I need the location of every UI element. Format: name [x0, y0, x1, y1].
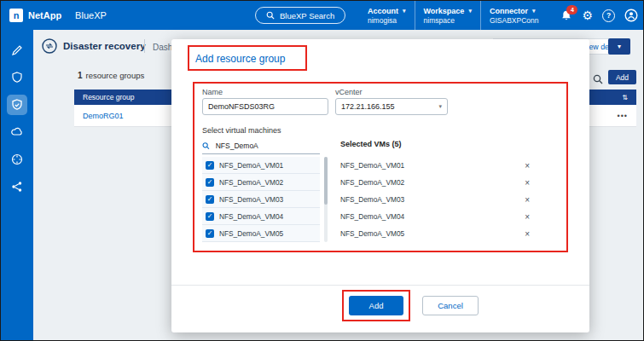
connector-menu[interactable]: Connector ▾ GISABXPConn [480, 1, 548, 30]
pencil-icon [10, 43, 24, 57]
notification-count-badge: 4 [566, 5, 577, 14]
modal-footer-divider [171, 285, 589, 286]
vm-search-box [202, 138, 320, 154]
table-search-icon[interactable] [593, 72, 603, 88]
sidebar-item-protection[interactable] [7, 95, 27, 115]
notifications-bell-icon[interactable]: 4 [560, 9, 572, 22]
vm-checkbox-row[interactable]: ✓ NFS_DemoA_VM03 [202, 191, 320, 208]
left-nav-sidebar [1, 30, 33, 340]
remove-vm-icon[interactable]: × [523, 161, 531, 170]
name-input[interactable] [202, 98, 328, 115]
user-account-icon[interactable] [624, 9, 638, 22]
vm-name: NFS_DemoA_VM03 [219, 195, 283, 204]
selected-vms-header: Selected VMs (5) [340, 140, 402, 148]
account-value: nimogisa [368, 16, 406, 25]
selected-vm-row: NFS_DemoA_VM04 × [340, 208, 531, 225]
bluexp-app-window: n NetApp BlueXP BlueXP Search Account ▾ … [0, 0, 644, 341]
remove-vm-icon[interactable]: × [523, 212, 531, 222]
vcenter-label: vCenter [335, 88, 363, 96]
cloud-icon [10, 125, 24, 139]
sidebar-item-health[interactable] [7, 67, 27, 88]
vm-checkbox-list: ✓ NFS_DemoA_VM01 ✓ NFS_DemoA_VM02 ✓ NFS_… [202, 157, 320, 242]
selected-vm-name: NFS_DemoA_VM02 [340, 178, 404, 187]
selected-vms-list: NFS_DemoA_VM01 × NFS_DemoA_VM02 × NFS_De… [340, 157, 531, 242]
sidebar-item-governance[interactable] [7, 149, 27, 170]
vm-list-scrollbar[interactable] [324, 157, 328, 242]
select-vms-label: Select virtual machines [202, 126, 281, 135]
search-icon [202, 142, 210, 150]
column-header-resource-group: Resource group [83, 93, 134, 101]
connector-label: Connector [490, 7, 528, 15]
header-menus: Account ▾ nimogisa Workspace ▾ nimspace … [359, 1, 548, 30]
count-label: resource groups [86, 71, 145, 80]
resource-group-name-link[interactable]: DemoRG01 [83, 112, 124, 120]
workspace-menu[interactable]: Workspace ▾ nimspace [415, 1, 480, 30]
vm-name: NFS_DemoA_VM01 [219, 161, 283, 170]
shield-check-icon [10, 98, 24, 112]
workspace-label: Workspace [424, 7, 465, 15]
brand-name: NetApp [28, 10, 61, 20]
selected-vm-row: NFS_DemoA_VM01 × [340, 157, 531, 174]
search-label: BlueXP Search [280, 11, 334, 20]
chevron-down-icon: ▾ [618, 43, 621, 50]
modal-cancel-button[interactable]: Cancel [422, 296, 479, 315]
account-menu[interactable]: Account ▾ nimogisa [359, 1, 415, 30]
selected-vm-name: NFS_DemoA_VM01 [340, 161, 404, 170]
page-title: Disaster recovery [63, 41, 146, 51]
name-label: Name [202, 88, 223, 96]
share-nodes-icon [10, 180, 24, 194]
vm-search-input[interactable] [214, 141, 320, 151]
selected-vm-name: NFS_DemoA_VM04 [340, 212, 404, 221]
connector-value: GISABXPConn [490, 16, 539, 25]
sort-icon[interactable]: ⇅ [622, 94, 628, 101]
checkbox-checked-icon[interactable]: ✓ [206, 212, 214, 221]
vm-checkbox-row[interactable]: ✓ NFS_DemoA_VM02 [202, 174, 320, 191]
vm-name: NFS_DemoA_VM05 [219, 229, 283, 238]
chevron-down-icon: ▾ [403, 8, 406, 14]
account-label: Account [368, 7, 398, 15]
resource-group-count: 1resource groups [78, 71, 144, 80]
compass-icon [10, 153, 24, 166]
sidebar-item-mobility[interactable] [7, 122, 27, 142]
vm-checkbox-row[interactable]: ✓ NFS_DemoA_VM04 [202, 208, 320, 225]
selected-vm-name: NFS_DemoA_VM03 [340, 195, 404, 204]
remove-vm-icon[interactable]: × [523, 229, 531, 239]
modal-title: Add resource group [195, 53, 285, 65]
checkbox-checked-icon[interactable]: ✓ [206, 229, 214, 238]
checkbox-checked-icon[interactable]: ✓ [206, 195, 214, 204]
header-icon-group: 4 ⚙ ? [560, 1, 638, 30]
bluexp-search-button[interactable]: BlueXP Search [255, 7, 345, 24]
scrollbar-thumb[interactable] [324, 157, 328, 205]
vm-name: NFS_DemoA_VM04 [219, 212, 283, 221]
trial-dropdown-button[interactable]: ▾ [608, 38, 630, 55]
count-number: 1 [78, 71, 83, 80]
sidebar-item-extend[interactable] [7, 176, 27, 197]
selected-vm-row: NFS_DemoA_VM02 × [340, 174, 531, 191]
chevron-down-icon: ▾ [532, 8, 536, 14]
sidebar-item-setup[interactable] [7, 40, 27, 61]
workspace-value: nimspace [424, 16, 472, 25]
remove-vm-icon[interactable]: × [523, 178, 531, 188]
netapp-logo-icon: n [9, 9, 23, 22]
selected-vm-name: NFS_DemoA_VM05 [340, 229, 404, 238]
checkbox-checked-icon[interactable]: ✓ [206, 178, 214, 187]
vm-checkbox-row[interactable]: ✓ NFS_DemoA_VM05 [202, 225, 320, 242]
remove-vm-icon[interactable]: × [523, 195, 531, 205]
chevron-down-icon: ▾ [438, 103, 442, 110]
shield-icon [10, 71, 24, 84]
top-bar: n NetApp BlueXP BlueXP Search Account ▾ … [1, 1, 643, 30]
title-divider [144, 39, 145, 53]
help-icon[interactable]: ? [602, 9, 615, 22]
product-name: BlueXP [75, 10, 107, 20]
add-resource-group-button[interactable]: Add [608, 70, 636, 84]
vm-checkbox-row[interactable]: ✓ NFS_DemoA_VM01 [202, 157, 320, 174]
search-icon [266, 11, 275, 20]
selected-vm-row: NFS_DemoA_VM03 × [340, 191, 531, 208]
modal-add-button[interactable]: Add [349, 296, 403, 315]
row-actions-icon[interactable]: ••• [618, 112, 628, 120]
vcenter-select[interactable]: 172.21.166.155 ▾ [335, 98, 448, 115]
brand: n NetApp BlueXP [9, 1, 107, 30]
settings-gear-icon[interactable]: ⚙ [582, 9, 593, 21]
checkbox-checked-icon[interactable]: ✓ [206, 161, 214, 170]
chevron-down-icon: ▾ [468, 8, 472, 14]
